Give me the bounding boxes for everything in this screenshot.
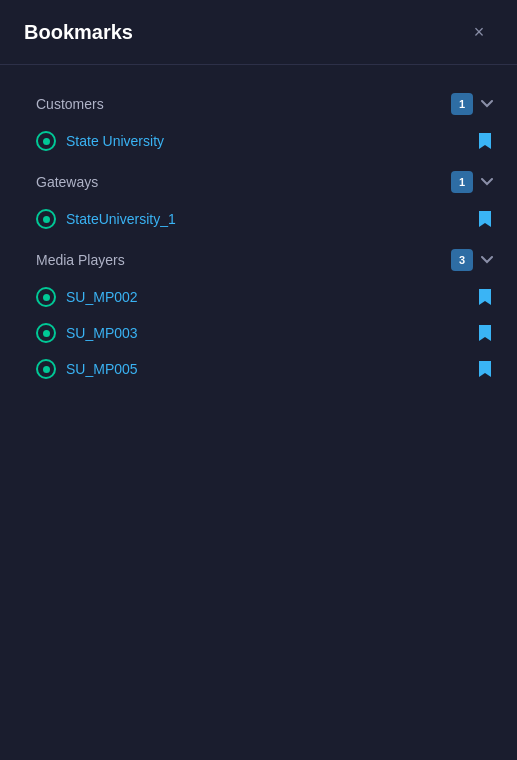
count-badge-media-players: 3 (451, 249, 473, 271)
close-icon: × (474, 22, 485, 43)
section-controls-media-players: 3 (451, 249, 493, 271)
item-label: SU_MP005 (66, 361, 138, 377)
item-left: SU_MP002 (36, 287, 138, 307)
status-inner (43, 330, 50, 337)
section-gateways: Gateways 1 StateUniversity_1 (0, 163, 517, 237)
panel-title: Bookmarks (24, 21, 133, 44)
item-left: SU_MP005 (36, 359, 138, 379)
list-item[interactable]: SU_MP003 (0, 315, 517, 351)
item-left: StateUniversity_1 (36, 209, 176, 229)
status-inner (43, 294, 50, 301)
item-label: SU_MP003 (66, 325, 138, 341)
item-label: SU_MP002 (66, 289, 138, 305)
item-label: StateUniversity_1 (66, 211, 176, 227)
item-label: State University (66, 133, 164, 149)
bookmark-icon[interactable] (477, 131, 493, 151)
panel-header: Bookmarks × (0, 0, 517, 65)
chevron-down-icon-customers (481, 100, 493, 108)
section-title-customers: Customers (36, 96, 104, 112)
bookmark-icon[interactable] (477, 323, 493, 343)
bookmark-icon[interactable] (477, 359, 493, 379)
section-media-players: Media Players 3 SU_MP002 (0, 241, 517, 387)
item-left: SU_MP003 (36, 323, 138, 343)
item-left: State University (36, 131, 164, 151)
chevron-down-icon-media-players (481, 256, 493, 264)
count-badge-customers: 1 (451, 93, 473, 115)
bookmark-icon[interactable] (477, 287, 493, 307)
list-item[interactable]: State University (0, 123, 517, 159)
status-inner (43, 216, 50, 223)
status-online-icon (36, 287, 56, 307)
status-inner (43, 138, 50, 145)
status-online-icon (36, 209, 56, 229)
status-inner (43, 366, 50, 373)
section-header-gateways[interactable]: Gateways 1 (0, 163, 517, 201)
list-item[interactable]: SU_MP002 (0, 279, 517, 315)
section-title-media-players: Media Players (36, 252, 125, 268)
list-item[interactable]: SU_MP005 (0, 351, 517, 387)
bookmarks-content: Customers 1 State University Gatewa (0, 65, 517, 760)
section-title-gateways: Gateways (36, 174, 98, 190)
bookmark-icon[interactable] (477, 209, 493, 229)
bookmarks-panel: Bookmarks × Customers 1 State University (0, 0, 517, 760)
status-online-icon (36, 131, 56, 151)
section-header-customers[interactable]: Customers 1 (0, 85, 517, 123)
status-online-icon (36, 323, 56, 343)
section-header-media-players[interactable]: Media Players 3 (0, 241, 517, 279)
list-item[interactable]: StateUniversity_1 (0, 201, 517, 237)
section-controls-customers: 1 (451, 93, 493, 115)
section-controls-gateways: 1 (451, 171, 493, 193)
section-customers: Customers 1 State University (0, 85, 517, 159)
status-online-icon (36, 359, 56, 379)
chevron-down-icon-gateways (481, 178, 493, 186)
close-button[interactable]: × (465, 18, 493, 46)
count-badge-gateways: 1 (451, 171, 473, 193)
